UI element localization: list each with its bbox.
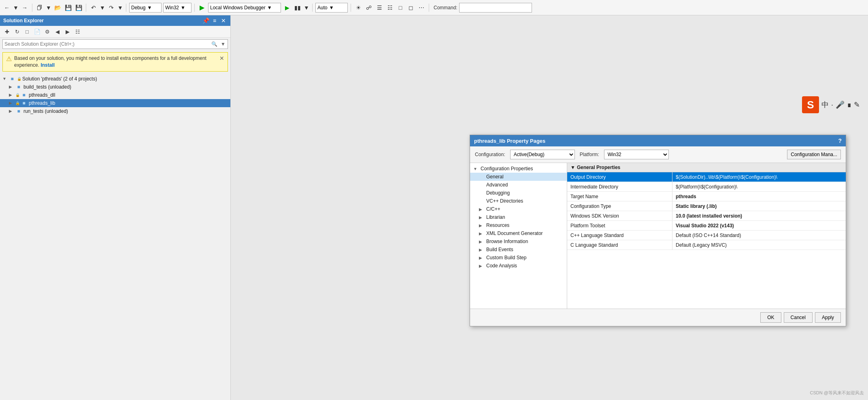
solution-root-item[interactable]: ▼ ■ 🔒 Solution 'pthreads' (2 of 4 projec… bbox=[0, 75, 230, 83]
warning-close-btn[interactable]: ✕ bbox=[219, 55, 224, 61]
apply-btn[interactable]: Apply bbox=[815, 312, 841, 323]
root-arrow: ▼ bbox=[2, 76, 9, 81]
prop-name-output-dir: Output Directory bbox=[567, 172, 672, 182]
prop-row-cpp-lang[interactable]: C++ Language Standard Default (ISO C++14… bbox=[567, 231, 846, 240]
prop-row-output-dir[interactable]: Output Directory $(SolutionDir)..\lib\$(… bbox=[567, 172, 846, 182]
platform-select[interactable]: Win32 bbox=[604, 150, 669, 159]
solution-explorer-title: Solution Explorer bbox=[3, 18, 44, 23]
platform-bar-label: Platform: bbox=[580, 152, 599, 157]
undo-dropdown[interactable]: ▼ bbox=[100, 3, 105, 12]
ok-btn[interactable]: OK bbox=[760, 312, 781, 323]
watch-dropdown[interactable]: Auto ▼ bbox=[315, 3, 348, 13]
debugger-dropdown[interactable]: Local Windows Debugger ▼ bbox=[208, 3, 281, 13]
play-btn2[interactable]: ▶ bbox=[283, 3, 291, 12]
watch-value: Auto bbox=[317, 5, 328, 11]
tree-item-pthreads-dll[interactable]: ▶ 🔒 ■ pthreads_dll bbox=[0, 91, 230, 99]
add-new-btn[interactable]: ✚ bbox=[2, 27, 11, 36]
pause-dropdown[interactable]: ▼ bbox=[304, 3, 309, 12]
prop-tree-cpp[interactable]: ▶ C/C++ bbox=[470, 205, 567, 213]
search-btn[interactable]: 🔍 bbox=[210, 40, 219, 49]
search-options-btn[interactable]: ▼ bbox=[219, 40, 228, 49]
prop-content: ▼ General Properties Output Directory $(… bbox=[567, 163, 846, 309]
refresh-btn[interactable]: ↻ bbox=[13, 27, 21, 36]
close-panel-btn[interactable]: ✕ bbox=[220, 17, 227, 24]
property-pages-dialog: pthreads_lib Property Pages ? Configurat… bbox=[470, 135, 846, 326]
back-btn[interactable]: ← bbox=[2, 3, 11, 12]
pthreads-dll-arrow: ▶ bbox=[9, 93, 15, 97]
prop-tree-build-events[interactable]: ▶ Build Events bbox=[470, 246, 567, 254]
config-dropdown[interactable]: Debug ▼ bbox=[129, 3, 162, 13]
run-tests-icon: ■ bbox=[15, 108, 22, 114]
extra-btn5[interactable]: □ bbox=[396, 3, 405, 12]
solution-view-btn[interactable]: ☷ bbox=[73, 27, 82, 36]
extra-btn1[interactable]: ☀ bbox=[354, 3, 363, 12]
undock-btn[interactable]: ≡ bbox=[211, 17, 218, 24]
redo-dropdown[interactable]: ▼ bbox=[117, 3, 123, 12]
save-all-btn[interactable]: 💾 bbox=[74, 3, 83, 12]
extra-btn4[interactable]: ☷ bbox=[385, 3, 394, 12]
redo-btn[interactable]: ↷ bbox=[107, 3, 116, 12]
prop-name-target-name: Target Name bbox=[567, 192, 672, 201]
open-btn[interactable]: 📂 bbox=[53, 3, 62, 12]
prop-tree-general[interactable]: General bbox=[470, 173, 567, 181]
prop-tree-custom-build[interactable]: ▶ Custom Build Step bbox=[470, 254, 567, 262]
prop-tree-xml-gen[interactable]: ▶ XML Document Generator bbox=[470, 229, 567, 237]
tree-item-run-tests[interactable]: ▶ ■ run_tests (unloaded) bbox=[0, 107, 230, 115]
tree-item-build-tests[interactable]: ▶ ■ build_tests (unloaded) bbox=[0, 83, 230, 91]
prev-btn[interactable]: ◀ bbox=[53, 27, 62, 36]
prop-row-sdk-version[interactable]: Windows SDK Version 10.0 (latest install… bbox=[567, 211, 846, 221]
undo-btn[interactable]: ↶ bbox=[89, 3, 98, 12]
show-all-files-btn[interactable]: 📄 bbox=[33, 27, 42, 36]
run-btn[interactable]: ▶ bbox=[198, 3, 206, 12]
properties-btn[interactable]: ⚙ bbox=[43, 27, 52, 36]
forward-btn[interactable]: → bbox=[20, 3, 29, 12]
search-bar: 🔍 ▼ bbox=[2, 39, 228, 49]
section-title: General Properties bbox=[577, 165, 620, 170]
prop-row-config-type[interactable]: Configuration Type Static library (.lib) bbox=[567, 201, 846, 211]
prop-value-c-lang: Default (Legacy MSVC) bbox=[672, 240, 846, 250]
extra-btn2[interactable]: ☍ bbox=[364, 3, 373, 12]
command-input[interactable] bbox=[459, 3, 532, 13]
brush-icon: ✎ bbox=[854, 100, 860, 109]
prop-tree-advanced[interactable]: Advanced bbox=[470, 181, 567, 189]
lock-icon: 🔒 bbox=[17, 77, 21, 81]
platform-dropdown[interactable]: Win32 ▼ bbox=[163, 3, 191, 13]
prop-tree-librarian[interactable]: ▶ Librarian bbox=[470, 213, 567, 221]
pause-btn[interactable]: ▮▮ bbox=[293, 3, 302, 12]
cancel-btn[interactable]: Cancel bbox=[784, 312, 813, 323]
platform-value: Win32 bbox=[165, 5, 179, 11]
search-input[interactable] bbox=[3, 41, 210, 47]
tree-item-pthreads-lib[interactable]: ▶ 🔒 ■ pthreads_lib bbox=[0, 99, 230, 107]
dropdown-arrow2[interactable]: ▼ bbox=[46, 3, 51, 12]
extra-btn7[interactable]: ⋯ bbox=[417, 3, 426, 12]
install-link[interactable]: Install bbox=[40, 62, 55, 68]
prop-row-c-lang[interactable]: C Language Standard Default (Legacy MSVC… bbox=[567, 240, 846, 250]
pin-btn[interactable]: 📌 bbox=[202, 17, 209, 24]
pthreads-dll-label: pthreads_dll bbox=[29, 92, 55, 98]
solution-tree: ▼ ■ 🔒 Solution 'pthreads' (2 of 4 projec… bbox=[0, 73, 230, 400]
prop-row-intermediate-dir[interactable]: Intermediate Directory $(Platform)\$(Con… bbox=[567, 182, 846, 192]
save-btn[interactable]: 💾 bbox=[64, 3, 72, 12]
prop-tree-browse[interactable]: ▶ Browse Information bbox=[470, 237, 567, 246]
collapse-btn[interactable]: □ bbox=[23, 27, 32, 36]
prop-tree-resources[interactable]: ▶ Resources bbox=[470, 221, 567, 229]
prop-tree-vc-dirs[interactable]: VC++ Directories bbox=[470, 197, 567, 205]
prop-tree-code-analysis[interactable]: ▶ Code Analysis bbox=[470, 262, 567, 270]
dropdown-arrow[interactable]: ▼ bbox=[13, 3, 19, 12]
prop-tree-config-props[interactable]: ▼ Configuration Properties bbox=[470, 165, 567, 173]
prop-row-platform-toolset[interactable]: Platform Toolset Visual Studio 2022 (v14… bbox=[567, 221, 846, 231]
dot-icon: · bbox=[831, 101, 833, 109]
prop-tree-debugging[interactable]: Debugging bbox=[470, 189, 567, 197]
run-tests-label: run_tests (unloaded) bbox=[23, 108, 68, 114]
dialog-config-bar: Configuration: Active(Debug) Platform: W… bbox=[470, 146, 846, 163]
prop-row-target-name[interactable]: Target Name pthreads bbox=[567, 192, 846, 201]
extra-btn3[interactable]: ☰ bbox=[375, 3, 384, 12]
dialog-titlebar: pthreads_lib Property Pages ? bbox=[470, 135, 846, 146]
extra-btn6[interactable]: ◻ bbox=[406, 3, 415, 12]
new-project-btn[interactable]: 🗍 bbox=[35, 3, 44, 12]
config-select[interactable]: Active(Debug) bbox=[510, 150, 575, 159]
prop-name-sdk-version: Windows SDK Version bbox=[567, 211, 672, 220]
watermark-area: S 中 · 🎤 ∎ ✎ bbox=[802, 96, 860, 113]
next-btn[interactable]: ▶ bbox=[63, 27, 72, 36]
config-manager-btn[interactable]: Configuration Mana... bbox=[787, 150, 841, 159]
